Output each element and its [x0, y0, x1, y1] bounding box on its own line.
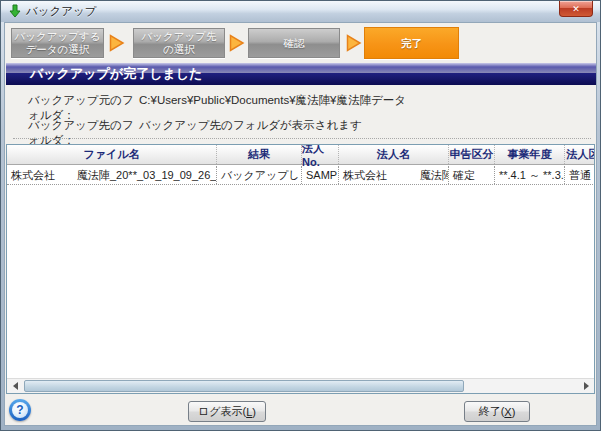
step-label-line2: の選択 [163, 43, 195, 56]
content-area: バックアップする データの選択 バックアップ先 の選択 確認 完了 バックアップ… [5, 23, 596, 425]
scroll-left-icon[interactable] [7, 379, 23, 393]
question-mark-icon: ? [12, 402, 28, 418]
step-arrow-icon [109, 34, 125, 52]
step-select-destination[interactable]: バックアップ先 の選択 [133, 28, 225, 58]
exit-button-label: 終了( [479, 404, 505, 419]
step-arrow-icon [229, 34, 245, 52]
step-label-line1: 確認 [284, 37, 305, 50]
step-label-line2: データの選択 [26, 43, 90, 56]
step-confirm[interactable]: 確認 [248, 28, 340, 58]
column-header-filename[interactable]: ファイル名 [7, 145, 217, 164]
cell-hojin-kubun: 普通 [565, 166, 595, 184]
completion-banner: バックアップが完了しました [6, 63, 596, 85]
column-header-jigyo-nendo[interactable]: 事業年度 [495, 145, 565, 164]
step-label-line1: バックアップする [15, 30, 101, 43]
cell-filename: 株式会社 魔法陣_20**_03_19_09_26_12.hojin [7, 166, 217, 184]
table-header-row: ファイル名 結果 法人No. 法人名 申告区分 事業年度 法人区分 [7, 145, 595, 165]
table-row[interactable]: 株式会社 魔法陣_20**_03_19_09_26_12.hojin バックアッ… [7, 166, 595, 185]
column-header-hojin-name[interactable]: 法人名 [339, 145, 449, 164]
window-title: バックアップ [26, 1, 97, 22]
column-header-result[interactable]: 結果 [217, 145, 302, 164]
separator [13, 138, 591, 139]
banner-text: バックアップが完了しました [30, 66, 202, 81]
horizontal-scrollbar[interactable] [7, 378, 594, 393]
column-header-hojin-no[interactable]: 法人No. [302, 145, 339, 164]
cell-hojin-name: 株式会社 魔法陣 [339, 166, 449, 184]
backup-window: バックアップ ✕ バックアップする データの選択 バックアップ先 の選択 確認 … [0, 0, 601, 431]
cell-jigyo-nendo: **.4.1 ～ **.3.31 [495, 166, 565, 184]
column-header-shinkoku-kubun[interactable]: 申告区分 [449, 145, 495, 164]
step-arrow-icon [346, 34, 362, 52]
backup-arrow-icon [8, 4, 22, 18]
help-button[interactable]: ? [9, 399, 31, 421]
scrollbar-thumb[interactable] [24, 380, 464, 392]
scroll-right-icon[interactable] [578, 379, 594, 393]
exit-button[interactable]: 終了(X) [464, 401, 530, 422]
close-icon: ✕ [572, 4, 580, 14]
column-header-hojin-kubun[interactable]: 法人区分 [565, 145, 595, 164]
cell-hojin-no: SAMP [302, 166, 339, 184]
step-select-data[interactable]: バックアップする データの選択 [11, 28, 104, 58]
log-display-button[interactable]: ログ表示(L) [188, 401, 266, 422]
cell-shinkoku-kubun: 確定 [449, 166, 495, 184]
step-label-line1: バックアップ先 [142, 30, 217, 43]
titlebar[interactable]: バックアップ ✕ [1, 1, 600, 22]
step-complete[interactable]: 完了 [364, 27, 459, 59]
log-button-label: ログ表示( [198, 404, 246, 419]
cell-result: バックアップしました [217, 166, 302, 184]
backup-results-table: ファイル名 結果 法人No. 法人名 申告区分 事業年度 法人区分 株式会社 魔… [6, 144, 595, 394]
close-button[interactable]: ✕ [559, 1, 593, 17]
step-label-line1: 完了 [401, 37, 422, 50]
